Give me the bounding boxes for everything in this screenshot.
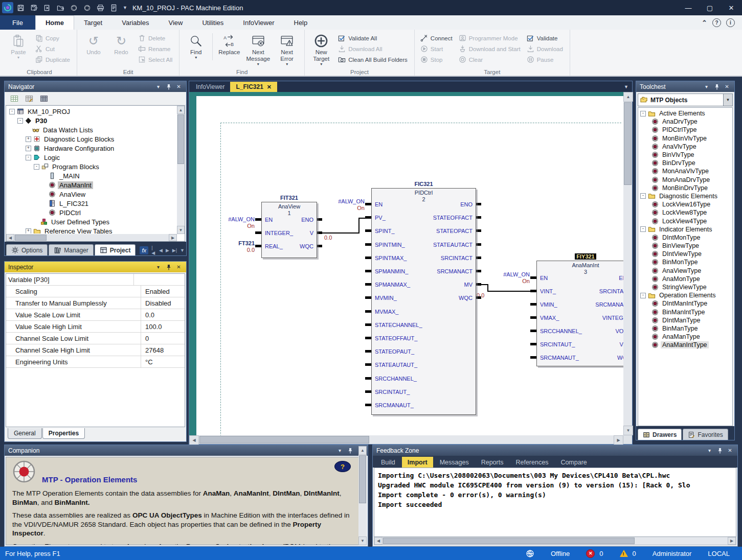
toolchest-folder-diagnostic-elements[interactable]: -Diagnostic Elements: [640, 192, 732, 200]
info-icon[interactable]: i: [726, 18, 735, 27]
save-button[interactable]: [14, 2, 27, 13]
undo-quick-button[interactable]: [68, 2, 80, 13]
close-tab-icon[interactable]: ✕: [267, 84, 272, 90]
expander-minus-icon[interactable]: -: [640, 226, 646, 232]
feedback-tab-messages[interactable]: Messages: [434, 457, 475, 468]
navigator-vertical-scrollbar[interactable]: ▲ ▼: [177, 106, 185, 234]
app-logo-button[interactable]: [2, 2, 13, 13]
pin-icon[interactable]: [346, 448, 354, 454]
navigator-title-bar[interactable]: Navigator ▾ ✕: [5, 81, 186, 92]
property-value[interactable]: Disabled: [141, 297, 185, 309]
scroll-right-icon[interactable]: ▶: [614, 435, 623, 445]
toolchest-item-binvlvtype[interactable]: BinVlvType: [640, 151, 732, 159]
fx-button[interactable]: fx: [140, 246, 148, 254]
toolchest-item-dintmaninttype[interactable]: DIntManIntType: [640, 299, 732, 308]
panel-menu-icon[interactable]: ▾: [154, 84, 162, 89]
clear-button[interactable]: Clear: [457, 54, 522, 65]
toolchest-item-lockview8type[interactable]: LockView8Type: [640, 208, 732, 217]
minimize-button[interactable]: —: [678, 0, 699, 15]
scroll-left-icon[interactable]: ◀: [6, 234, 14, 241]
toolchest-item-monanadrvtype[interactable]: MonAnaDrvType: [640, 176, 732, 184]
property-value[interactable]: 0.0: [141, 309, 185, 320]
tab-project[interactable]: Project: [95, 244, 136, 255]
download-all-button[interactable]: Download All: [336, 43, 409, 54]
expander-minus-icon[interactable]: -: [26, 155, 31, 160]
download-and-start-button[interactable]: Download and Start: [457, 43, 522, 54]
toolchest-item-monbindrvtype[interactable]: MonBinDrvType: [640, 184, 732, 192]
pin-icon[interactable]: [165, 264, 172, 270]
document-tab-infoviewer[interactable]: InfoViewer: [190, 82, 230, 92]
toolchest-item-bindrvtype[interactable]: BinDrvType: [640, 159, 732, 167]
toolchest-item-lockview16type[interactable]: LockView16Type: [640, 200, 732, 208]
menu-target[interactable]: Target: [74, 15, 112, 30]
pin-icon[interactable]: [713, 84, 721, 90]
tab-drawers[interactable]: Drawers: [638, 429, 682, 440]
delete-button[interactable]: Delete: [137, 33, 174, 43]
toolchest-item-anavlvtype[interactable]: AnaVlvType: [640, 143, 732, 151]
feedback-tab-import[interactable]: Import: [402, 457, 433, 468]
scroll-left-icon[interactable]: ◀: [189, 435, 199, 445]
property-value[interactable]: °C: [141, 356, 185, 367]
collapse-ribbon-icon[interactable]: ⌃: [702, 19, 707, 27]
replace-button[interactable]: ABReplace: [217, 32, 241, 56]
maximize-button[interactable]: ▢: [699, 0, 721, 15]
scroll-right-icon[interactable]: ▶: [169, 234, 177, 241]
toolchest-item-anaviewtype[interactable]: AnaViewType: [640, 267, 732, 275]
redo-button[interactable]: ↻Redo: [109, 32, 133, 56]
programmer-mode-button[interactable]: Programmer Mode: [457, 33, 522, 43]
print-button[interactable]: [94, 2, 106, 13]
warning-icon[interactable]: !: [620, 550, 628, 557]
feedback-horizontal-scrollbar[interactable]: ◀ ▶: [374, 537, 736, 545]
toolchest-item-pidctrltype[interactable]: PIDCtrlType: [640, 126, 732, 134]
open-project-button[interactable]: [54, 2, 66, 13]
expander-plus-icon[interactable]: +: [26, 146, 31, 151]
property-value[interactable]: Enabled: [141, 286, 185, 297]
data-watch-table-button[interactable]: [8, 93, 20, 104]
toolchest-item-dintviewtype[interactable]: DIntViewType: [640, 250, 732, 258]
fbd-canvas[interactable]: #ALW_ONOnFT3210.00.0#ALW_ONOn0.0#ALW_ONO…: [189, 92, 632, 444]
connect-button[interactable]: Connect: [419, 33, 454, 43]
tree-item-km-10-proj[interactable]: -KM_10_PROJ: [7, 107, 176, 116]
cut-button[interactable]: Cut: [34, 43, 72, 54]
menu-variables[interactable]: Variables: [112, 15, 159, 30]
undo-button[interactable]: ↺Undo: [81, 32, 106, 56]
expander-minus-icon[interactable]: -: [640, 193, 646, 199]
toolchest-item-anamaninttype[interactable]: AnaManIntType: [640, 341, 732, 349]
feedback-tab-references[interactable]: References: [510, 457, 554, 468]
toolchest-item-binviewtype[interactable]: BinViewType: [640, 242, 732, 250]
companion-scrollbar[interactable]: ▲ ▼: [358, 446, 367, 545]
scroll-right-icon[interactable]: ▶: [728, 537, 736, 545]
companion-title-bar[interactable]: Companion ▾ ✕: [5, 445, 368, 456]
property-value[interactable]: 27648: [141, 344, 185, 356]
close-project-button[interactable]: [41, 2, 53, 13]
close-button[interactable]: ✕: [721, 0, 742, 15]
tree-item-main[interactable]: _MAIN: [7, 171, 176, 180]
save-as-button[interactable]: [28, 2, 40, 13]
feedback-tab-build[interactable]: Build: [375, 457, 401, 468]
nav-[interactable]: |◀: [151, 245, 156, 255]
stop-button[interactable]: Stop: [419, 54, 454, 65]
feedback-output[interactable]: Importing C:\Users\208002063\Documents\0…: [374, 468, 736, 537]
menu-utilities[interactable]: Utilities: [192, 15, 233, 30]
navigator-tree[interactable]: -KM_10_PROJ-P30Data Watch Lists+Diagnost…: [6, 105, 185, 242]
menu-file[interactable]: File: [0, 15, 35, 30]
tab-manager[interactable]: Manager: [49, 244, 93, 255]
start-button[interactable]: Start: [419, 43, 454, 54]
feedback-title-bar[interactable]: Feedback Zone ▾ ✕: [373, 445, 737, 456]
pause-button[interactable]: Pause: [525, 54, 565, 65]
expander-minus-icon[interactable]: -: [9, 109, 15, 114]
toolchest-item-monbinvlvtype[interactable]: MonBinVlvType: [640, 134, 732, 143]
tree-item-hardware-configuration[interactable]: +Hardware Configuration: [7, 144, 176, 153]
toolchest-item-stringviewtype[interactable]: StringViewType: [640, 283, 732, 291]
inspector-title-bar[interactable]: Inspector ▾ ✕: [5, 262, 186, 272]
next-error-button[interactable]: Next Error ▾: [275, 32, 299, 67]
toolchest-item-dintmontype[interactable]: DIntMonType: [640, 234, 732, 242]
fbd-block-fiy321[interactable]: FIY321AnaManInt3ENENOVINT_SRCINTACTVMIN_…: [536, 261, 623, 366]
scroll-up-icon[interactable]: ▲: [358, 446, 367, 455]
toolchest-item-dintmantype[interactable]: DIntManType: [640, 316, 732, 324]
fbd-block-fic321[interactable]: FIC321PIDCtrl2ENENOPV_STATEOFFACTSPINT_S…: [371, 188, 476, 415]
nav-[interactable]: ▶: [166, 248, 169, 253]
fbd-block-fit321[interactable]: FIT321AnaView1ENENOINTEGER_VREAL_WQC: [261, 202, 317, 258]
toolchest-tree[interactable]: -Active ElementsAnaDrvTypePIDCtrlTypeMon…: [638, 107, 733, 426]
edit-document-button[interactable]: [107, 2, 120, 13]
